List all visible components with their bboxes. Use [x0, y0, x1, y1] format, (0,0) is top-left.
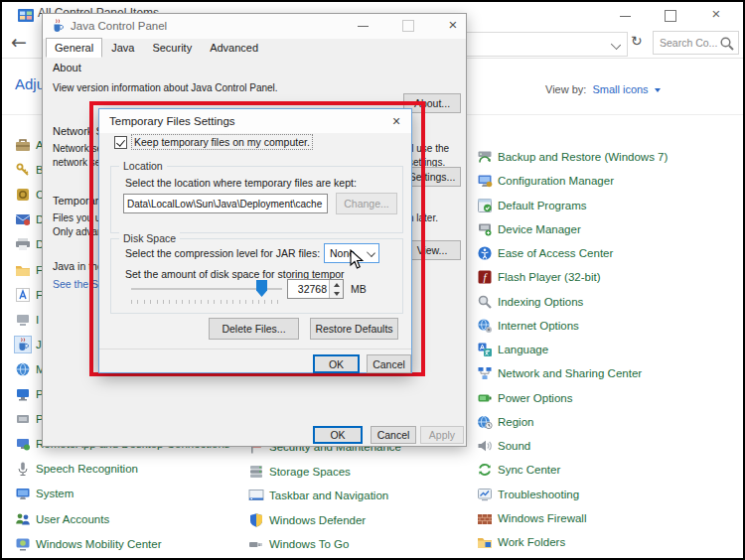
- system-monitor-icon: [15, 486, 31, 501]
- control-panel-item-label: Indexing Options: [498, 296, 583, 308]
- storage-icon: [248, 464, 264, 480]
- restore-defaults-button[interactable]: Restore Defaults: [310, 318, 398, 340]
- disk-size-spinbox[interactable]: 32768: [287, 279, 344, 299]
- usb-icon: [248, 536, 264, 552]
- control-panel-item[interactable]: Configuration Manager: [477, 172, 614, 189]
- control-panel-item[interactable]: P: [15, 410, 44, 427]
- control-panel-item[interactable]: D: [15, 235, 44, 252]
- control-panel-item[interactable]: Speech Recognition: [15, 460, 138, 477]
- sound-icon: [477, 438, 493, 454]
- control-panel-item[interactable]: Sound: [477, 437, 530, 454]
- control-panel-item[interactable]: C: [15, 186, 44, 203]
- control-panel-item[interactable]: Windows Defender: [248, 511, 366, 528]
- delete-files-button[interactable]: Delete Files...: [209, 318, 299, 340]
- java-maximize-icon[interactable]: [398, 18, 418, 34]
- backup-icon: [477, 149, 493, 165]
- users-icon: [15, 511, 31, 527]
- control-panel-item[interactable]: Sync Center: [477, 461, 560, 478]
- control-panel-item[interactable]: P: [15, 385, 44, 402]
- taskbar-icon: [248, 488, 264, 503]
- control-panel-item[interactable]: Windows Firewall: [477, 509, 586, 526]
- control-panel-item[interactable]: Network and Sharing Center: [477, 364, 642, 381]
- search-input[interactable]: Search Co...: [653, 31, 739, 55]
- control-panel-item-label: Flash Player (32-bit): [498, 271, 601, 283]
- search-icon: [719, 36, 733, 50]
- chevron-down-icon[interactable]: [611, 40, 621, 50]
- view-by-value[interactable]: Small icons: [592, 83, 648, 95]
- dialog-close-icon[interactable]: ×: [385, 112, 407, 131]
- close-icon[interactable]: ×: [705, 4, 727, 24]
- control-panel-item[interactable]: B: [15, 161, 44, 178]
- control-panel-item[interactable]: D: [15, 210, 44, 227]
- disk-size-value: 32768: [298, 283, 327, 295]
- firewall-icon: [477, 510, 493, 526]
- control-panel-item[interactable]: Device Manager: [477, 220, 581, 237]
- refresh-icon[interactable]: ↻: [631, 33, 643, 49]
- java-minimize-icon[interactable]: [353, 18, 372, 34]
- control-panel-item[interactable]: Region: [477, 413, 533, 430]
- shield-icon: [248, 512, 264, 528]
- tab-general[interactable]: General: [46, 38, 102, 58]
- spin-up-icon[interactable]: [330, 280, 343, 289]
- tab-java[interactable]: Java: [102, 39, 143, 58]
- tab-security[interactable]: Security: [143, 39, 201, 58]
- minimize-icon[interactable]: [616, 8, 634, 24]
- java-ok-button[interactable]: OK: [313, 426, 363, 444]
- spinner-buttons: [329, 280, 343, 298]
- java-cancel-button[interactable]: Cancel: [371, 426, 416, 444]
- control-panel-item[interactable]: Internet Options: [477, 317, 579, 334]
- location-path-field[interactable]: Data\LocalLow\Sun\Java\Deployment\cache: [123, 194, 328, 213]
- java-tab-bar: General Java Security Advanced: [46, 39, 267, 58]
- control-panel-item[interactable]: Language: [477, 341, 548, 357]
- spin-down-icon[interactable]: [330, 289, 343, 298]
- disk-size-slider-handle[interactable]: [256, 280, 267, 297]
- dialog-title: Temporary Files Settings: [109, 115, 235, 127]
- keep-temp-files-label[interactable]: Keep temporary files on my computer.: [132, 135, 312, 149]
- maximize-icon[interactable]: [662, 8, 679, 24]
- control-panel-item[interactable]: Windows Mobility Center: [15, 535, 162, 552]
- control-panel-item[interactable]: A: [15, 136, 44, 153]
- control-panel-item[interactable]: F: [15, 286, 43, 303]
- back-arrow-icon[interactable]: ←: [11, 31, 27, 53]
- java-close-icon[interactable]: ×: [442, 15, 464, 35]
- control-panel-item-label: Network and Sharing Center: [498, 367, 642, 379]
- control-panel-item[interactable]: Default Programs: [477, 197, 586, 213]
- java-apply-button: Apply: [420, 426, 464, 444]
- control-panel-item[interactable]: System: [15, 485, 74, 501]
- mobility-icon: [15, 536, 31, 552]
- dialog-cancel-button[interactable]: Cancel: [367, 354, 411, 373]
- control-panel-item[interactable]: User Accounts: [15, 510, 109, 527]
- envelope-icon: [15, 211, 31, 227]
- control-panel-item[interactable]: Taskbar and Navigation: [248, 487, 388, 503]
- disk-space-group-caption: Disk Space: [119, 232, 180, 244]
- control-panel-item[interactable]: Backup and Restore (Windows 7): [477, 148, 668, 165]
- control-panel-item[interactable]: Ease of Access Center: [477, 244, 613, 261]
- vault-icon: [15, 187, 31, 203]
- control-panel-item[interactable]: Troubleshooting: [477, 486, 579, 502]
- control-panel-item[interactable]: F: [15, 261, 43, 278]
- control-panel-item[interactable]: Power Options: [477, 389, 572, 406]
- divider: [99, 349, 411, 350]
- java-window-titlebar[interactable]: Java Control Panel ×: [43, 14, 466, 39]
- control-panel-item[interactable]: Windows To Go: [248, 535, 349, 552]
- control-panel-window-icon: [18, 9, 34, 23]
- control-panel-item[interactable]: J: [15, 336, 42, 352]
- control-panel-item-label: Work Folders: [498, 536, 565, 548]
- control-panel-item[interactable]: M: [15, 360, 46, 377]
- control-panel-item[interactable]: Work Folders: [477, 533, 565, 550]
- about-description: View version information about Java Cont…: [53, 82, 278, 93]
- location-group: Location Select the location where tempo…: [110, 166, 403, 233]
- control-panel-item[interactable]: fFlash Player (32-bit): [477, 268, 601, 285]
- dialog-ok-button[interactable]: OK: [313, 354, 360, 373]
- device-icon: [15, 312, 31, 328]
- language-icon: [477, 342, 493, 357]
- remote-monitor-icon: [15, 436, 31, 452]
- folder-icon: [15, 262, 31, 278]
- control-panel-item[interactable]: I: [15, 311, 39, 328]
- control-panel-item-label: System: [36, 488, 74, 499]
- power-icon: [477, 390, 493, 406]
- control-panel-item[interactable]: Indexing Options: [477, 293, 583, 310]
- keep-temp-files-checkbox[interactable]: [114, 136, 127, 149]
- tab-advanced[interactable]: Advanced: [201, 39, 267, 58]
- control-panel-item[interactable]: Storage Spaces: [248, 463, 351, 480]
